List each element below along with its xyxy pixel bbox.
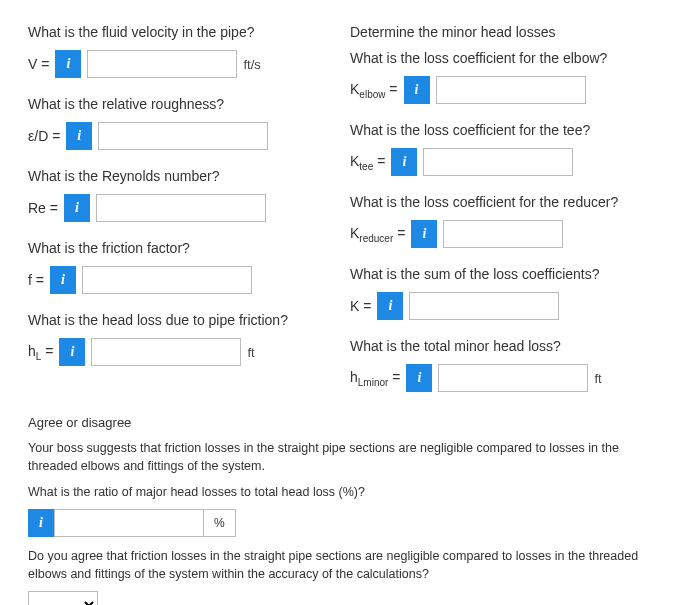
question-headloss: What is the head loss due to pipe fricti… — [28, 312, 330, 328]
info-icon[interactable]: i — [59, 338, 85, 366]
label-ktee: Ktee = — [350, 153, 385, 172]
label-ed: ε/D = — [28, 128, 60, 144]
info-icon[interactable]: i — [55, 50, 81, 78]
input-ksum[interactable] — [409, 292, 559, 320]
label-v: V = — [28, 56, 49, 72]
label-ksum: K = — [350, 298, 371, 314]
question-elbow: What is the loss coefficient for the elb… — [350, 50, 652, 66]
question-total-minor: What is the total minor head loss? — [350, 338, 652, 354]
input-reynolds[interactable] — [96, 194, 266, 222]
input-friction[interactable] — [82, 266, 252, 294]
unit-headloss: ft — [247, 345, 254, 360]
label-kreducer: Kreducer = — [350, 225, 405, 244]
info-icon[interactable]: i — [377, 292, 403, 320]
label-hlminor: hLminor = — [350, 369, 400, 388]
info-icon[interactable]: i — [64, 194, 90, 222]
heading-minor: Determine the minor head losses — [350, 24, 652, 40]
label-hl: hL = — [28, 343, 53, 362]
input-ratio[interactable] — [54, 509, 204, 537]
unit-percent: % — [204, 509, 236, 537]
info-icon[interactable]: i — [404, 76, 430, 104]
question-sum: What is the sum of the loss coefficients… — [350, 266, 652, 282]
info-icon[interactable]: i — [391, 148, 417, 176]
unit-hlminor: ft — [594, 371, 601, 386]
unit-velocity: ft/s — [243, 57, 260, 72]
label-kelbow: Kelbow = — [350, 81, 398, 100]
label-f: f = — [28, 272, 44, 288]
question-reynolds: What is the Reynolds number? — [28, 168, 330, 184]
info-icon[interactable]: i — [28, 509, 54, 537]
input-kelbow[interactable] — [436, 76, 586, 104]
question-reducer: What is the loss coefficient for the red… — [350, 194, 652, 210]
info-icon[interactable]: i — [411, 220, 437, 248]
info-icon[interactable]: i — [406, 364, 432, 392]
question-friction: What is the friction factor? — [28, 240, 330, 256]
para-agree-question: Do you agree that friction losses in the… — [28, 547, 652, 583]
heading-agree: Agree or disagree — [28, 414, 652, 433]
input-hlminor[interactable] — [438, 364, 588, 392]
info-icon[interactable]: i — [66, 122, 92, 150]
question-ratio: What is the ratio of major head losses t… — [28, 483, 652, 501]
input-headloss[interactable] — [91, 338, 241, 366]
input-roughness[interactable] — [98, 122, 268, 150]
info-icon[interactable]: i — [50, 266, 76, 294]
select-agree[interactable] — [28, 591, 98, 605]
question-tee: What is the loss coefficient for the tee… — [350, 122, 652, 138]
input-ktee[interactable] — [423, 148, 573, 176]
input-kreducer[interactable] — [443, 220, 563, 248]
question-velocity: What is the fluid velocity in the pipe? — [28, 24, 330, 40]
question-roughness: What is the relative roughness? — [28, 96, 330, 112]
input-velocity[interactable] — [87, 50, 237, 78]
para-boss: Your boss suggests that friction losses … — [28, 439, 652, 475]
label-re: Re = — [28, 200, 58, 216]
